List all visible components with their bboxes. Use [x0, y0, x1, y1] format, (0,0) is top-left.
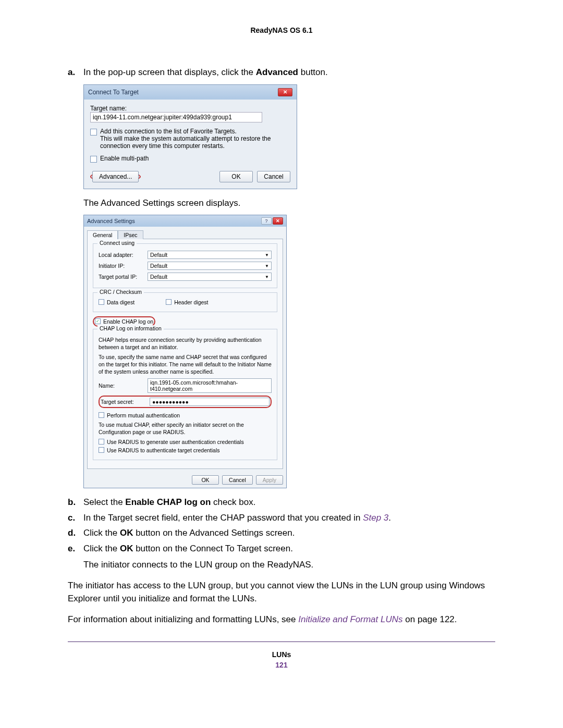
step-a: a.In the pop-up screen that displays, cl… [68, 66, 495, 79]
step3-link[interactable]: Step 3 [363, 513, 388, 523]
chevron-down-icon: ▼ [265, 275, 269, 279]
step-a-result: The Advanced Settings screen displays. [83, 196, 495, 210]
paragraph-2: For information about initializing and f… [68, 613, 495, 626]
radius-gen-checkbox[interactable] [99, 439, 104, 445]
close-icon[interactable]: ✕ [273, 217, 283, 225]
step-e: e.Click the OK button on the Connect To … [68, 542, 495, 556]
multipath-label: Enable multi-path [100, 155, 149, 162]
target-name-input[interactable] [90, 112, 262, 122]
radius-gen-label: Use RADIUS to generate user authenticati… [107, 439, 244, 445]
chap-desc-2: To use, specify the same name and CHAP s… [99, 354, 272, 375]
advanced-settings-dialog: Advanced Settings ? ✕ General IPsec Conn… [83, 215, 287, 488]
page-header: ReadyNAS OS 6.1 [68, 26, 495, 34]
chevron-down-icon: ▼ [265, 253, 269, 257]
data-digest-label: Data digest [107, 299, 134, 305]
tab-ipsec[interactable]: IPsec [118, 230, 143, 239]
paragraph-1: The initiator has access to the LUN grou… [68, 579, 495, 606]
apply-button[interactable]: Apply [256, 475, 283, 485]
connect-to-target-dialog: Connect To Target ✕ Target name: Add thi… [83, 84, 297, 189]
step-e-result: The initiator connects to the LUN group … [83, 558, 495, 572]
target-portal-ip-select[interactable]: Default▼ [148, 273, 272, 281]
advanced-highlight: Advanced... [90, 171, 141, 182]
cancel-button[interactable]: Cancel [257, 171, 290, 182]
advanced-button[interactable]: Advanced... [92, 171, 139, 182]
target-secret-label: Target secret: [101, 399, 145, 405]
dialog-title: Advanced Settings [87, 218, 135, 224]
ok-button[interactable]: OK [219, 171, 253, 182]
dialog-titlebar: Advanced Settings ? ✕ [84, 215, 286, 227]
favorites-checkbox[interactable] [90, 129, 97, 135]
initiator-ip-select[interactable]: Default▼ [148, 262, 272, 270]
mutual-auth-label: Perform mutual authentication [107, 412, 180, 418]
radius-auth-label: Use RADIUS to authenticate target creden… [107, 447, 220, 453]
ok-button[interactable]: OK [192, 475, 219, 485]
tab-general[interactable]: General [87, 230, 118, 239]
step-d: d.Click the OK button on the Advanced Se… [68, 526, 495, 540]
step-c: c.In the Target secret field, enter the … [68, 511, 495, 525]
dialog-titlebar: Connect To Target ✕ [84, 85, 297, 100]
enable-chap-label: Enable CHAP log on [103, 318, 153, 325]
footer-page-number: 121 [68, 661, 495, 669]
target-secret-input[interactable]: ●●●●●●●●●●● [150, 398, 270, 406]
chevron-down-icon: ▼ [265, 264, 269, 268]
enable-chap-checkbox[interactable]: ✓ [95, 318, 101, 324]
target-name-label: Target name: [90, 105, 290, 112]
mutual-auth-checkbox[interactable] [99, 412, 104, 418]
target-portal-ip-label: Target portal IP: [99, 274, 143, 280]
local-adapter-select[interactable]: Default▼ [148, 251, 272, 259]
connect-using-group: Connect using Local adapter: Default▼ In… [93, 243, 277, 288]
name-input[interactable]: iqn.1991-05.com.microsoft:hmahan-t410.ne… [148, 378, 272, 393]
name-label: Name: [99, 382, 143, 389]
mutual-desc: To use mutual CHAP, either specify an in… [99, 422, 272, 436]
local-adapter-label: Local adapter: [99, 252, 143, 258]
close-icon[interactable]: ✕ [278, 88, 292, 96]
header-digest-checkbox[interactable] [166, 299, 172, 305]
chap-group: CHAP Log on information CHAP helps ensur… [93, 329, 277, 460]
data-digest-checkbox[interactable] [99, 299, 104, 305]
help-icon[interactable]: ? [261, 217, 272, 225]
crc-group: CRC / Checksum Data digest Header digest [93, 292, 277, 312]
cancel-button[interactable]: Cancel [222, 475, 253, 485]
tab-strip: General IPsec [84, 227, 286, 239]
initiator-ip-label: Initiator IP: [99, 263, 143, 269]
footer-section: LUNs [68, 650, 495, 659]
chap-desc-1: CHAP helps ensure connection security by… [99, 337, 272, 351]
step-b: b.Select the Enable CHAP log on check bo… [68, 496, 495, 509]
radius-auth-checkbox[interactable] [99, 447, 104, 453]
dialog-title: Connect To Target [88, 89, 139, 96]
initialize-luns-link[interactable]: Initialize and Format LUNs [298, 614, 402, 624]
multipath-checkbox[interactable] [90, 156, 97, 163]
favorites-label: Add this connection to the list of Favor… [100, 128, 290, 150]
header-digest-label: Header digest [174, 299, 208, 305]
footer-rule [68, 641, 495, 642]
